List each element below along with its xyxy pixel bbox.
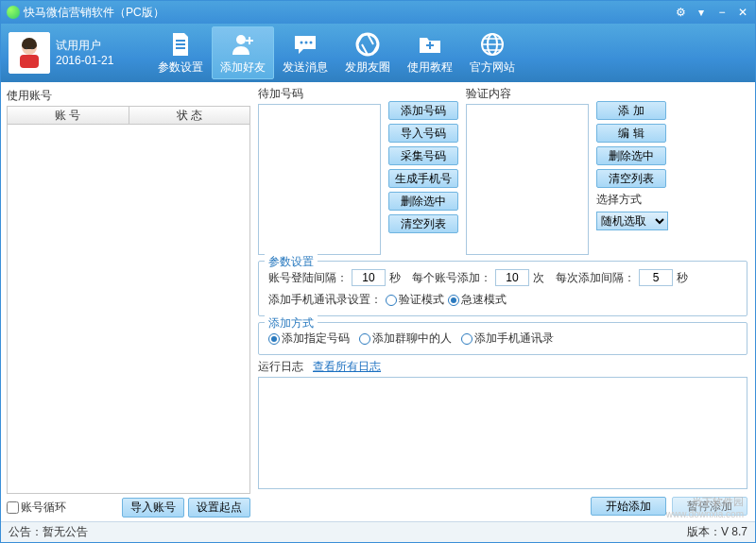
svg-point-1 <box>26 47 27 49</box>
contact-setting-label: 添加手机通讯录设置： <box>268 292 382 308</box>
collect-number-button[interactable]: 采集号码 <box>388 146 458 165</box>
addmode-group: 添加方式 添加指定号码 添加群聊中的人 添加手机通讯录 <box>258 322 747 355</box>
nav-moments[interactable]: 发朋友圈 <box>336 26 399 79</box>
loop-checkbox[interactable]: 账号循环 <box>7 500 66 516</box>
user-date: 2016-01-21 <box>56 53 113 68</box>
import-number-button[interactable]: 导入号码 <box>388 124 458 143</box>
version-text: 版本：V 8.7 <box>687 524 747 540</box>
nav-send-msg[interactable]: 发送消息 <box>274 26 336 79</box>
globe-icon <box>479 31 506 58</box>
fast-mode-radio[interactable]: 急速模式 <box>448 292 507 308</box>
nav-tutorial[interactable]: 使用教程 <box>399 26 461 79</box>
clear-list-a-button[interactable]: 清空列表 <box>388 214 458 233</box>
addmode-number-radio[interactable]: 添加指定号码 <box>268 331 350 347</box>
settings-icon[interactable]: ⚙ <box>674 6 687 19</box>
add-interval-label: 每次添加间隔： <box>556 270 635 286</box>
pause-add-button[interactable]: 暂停添加 <box>672 497 747 516</box>
log-output[interactable] <box>258 377 747 489</box>
main-nav: 参数设置 添加好友 发送消息 发朋友圈 使用教程 官方网站 <box>149 26 524 79</box>
svg-point-2 <box>31 47 33 49</box>
select-mode-dropdown[interactable]: 随机选取 <box>596 212 668 230</box>
edit-verify-button[interactable]: 编 辑 <box>596 124 666 143</box>
avatar <box>9 32 50 74</box>
params-legend: 参数设置 <box>265 254 318 270</box>
user-name: 试用用户 <box>56 38 113 53</box>
addmode-contacts-radio[interactable]: 添加手机通讯录 <box>461 331 554 347</box>
pending-numbers-list[interactable] <box>258 104 381 255</box>
close-icon[interactable]: ✕ <box>736 6 749 19</box>
set-start-button[interactable]: 设置起点 <box>188 498 250 518</box>
svg-point-6 <box>305 41 308 43</box>
add-user-icon <box>230 31 256 58</box>
statusbar: 公告：暂无公告 版本：V 8.7 <box>1 521 755 542</box>
verify-content-list[interactable] <box>466 104 589 255</box>
clear-list-b-button[interactable]: 清空列表 <box>596 169 666 188</box>
per-account-input[interactable] <box>495 269 529 286</box>
nav-params[interactable]: 参数设置 <box>149 26 212 79</box>
verify-mode-radio[interactable]: 验证模式 <box>386 292 444 308</box>
aperture-icon <box>354 31 381 58</box>
addmode-group-radio[interactable]: 添加群聊中的人 <box>359 331 452 347</box>
log-label: 运行日志 <box>258 359 303 375</box>
chat-icon <box>292 31 318 58</box>
nav-add-friend[interactable]: 添加好友 <box>212 26 274 79</box>
gen-phone-button[interactable]: 生成手机号 <box>388 169 458 188</box>
window-title: 快马微信营销软件（PC版） <box>24 5 164 21</box>
svg-point-4 <box>236 35 246 44</box>
sidebar-title: 使用账号 <box>7 86 250 106</box>
verify-content-label: 验证内容 <box>466 86 589 102</box>
login-interval-input[interactable] <box>352 269 386 286</box>
col-status: 状 态 <box>129 107 250 124</box>
folder-icon <box>417 31 443 58</box>
svg-point-5 <box>301 41 303 43</box>
login-interval-label: 账号登陆间隔： <box>268 270 348 286</box>
titlebar: 快马微信营销软件（PC版） ⚙ ▾ − ✕ <box>1 1 755 24</box>
account-table-body[interactable] <box>7 125 250 494</box>
view-all-logs-link[interactable]: 查看所有日志 <box>313 359 381 375</box>
notice-text: 公告：暂无公告 <box>9 524 88 540</box>
svg-rect-3 <box>20 55 39 68</box>
add-number-button[interactable]: 添加号码 <box>388 101 458 120</box>
minimize-icon[interactable]: − <box>715 6 729 19</box>
params-group: 参数设置 账号登陆间隔： 秒 每个账号添加： 次 每次添加间隔： 秒 添加手机通… <box>258 261 747 316</box>
add-verify-button[interactable]: 添 加 <box>596 101 666 120</box>
addmode-legend: 添加方式 <box>265 315 318 331</box>
delete-selected-a-button[interactable]: 删除选中 <box>388 192 458 211</box>
app-header: 试用用户 2016-01-21 参数设置 添加好友 发送消息 发朋友圈 <box>1 24 755 82</box>
start-add-button[interactable]: 开始添加 <box>591 497 666 516</box>
dropdown-icon[interactable]: ▾ <box>695 6 708 19</box>
select-mode-label: 选择方式 <box>596 192 668 208</box>
pending-numbers-label: 待加号码 <box>258 86 381 102</box>
nav-website[interactable]: 官方网站 <box>461 26 524 79</box>
delete-selected-b-button[interactable]: 删除选中 <box>596 146 666 165</box>
svg-point-7 <box>310 41 313 43</box>
col-account: 账 号 <box>8 107 129 124</box>
app-logo-icon <box>7 6 20 19</box>
account-table-header: 账 号 状 态 <box>7 106 250 125</box>
per-account-label: 每个账号添加： <box>412 270 491 286</box>
add-interval-input[interactable] <box>639 269 673 286</box>
document-icon <box>167 31 194 58</box>
import-account-button[interactable]: 导入账号 <box>122 498 184 518</box>
